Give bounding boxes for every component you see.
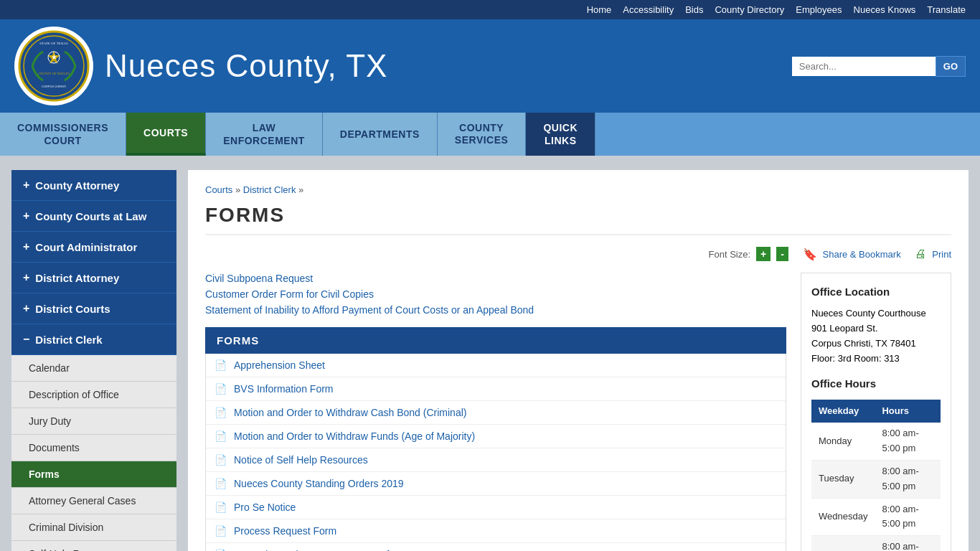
svg-text:CORPUS CHRISTI: CORPUS CHRISTI — [42, 85, 66, 88]
pdf-icon-process: 📄 — [215, 525, 227, 537]
accessibility-link[interactable]: Accessibility — [623, 4, 674, 15]
form-item-bvs: 📄 BVS Information Form — [206, 377, 786, 401]
print-icon: 🖨 — [915, 248, 926, 260]
nav-departments[interactable]: DEPARTMENTS — [323, 113, 438, 156]
main-content: Courts » District Clerk » FORMS Font Siz… — [188, 170, 969, 551]
hours-day-monday: Monday — [811, 423, 875, 460]
breadcrumb-sep1: » — [235, 184, 243, 195]
form-withdraw-funds-link[interactable]: Motion and Order to Withdraw Funds (Age … — [234, 430, 475, 442]
hours-row-thursday: Thursday 8:00 am-5:00 pm — [811, 536, 941, 551]
hours-row-tuesday: Tuesday 8:00 am-5:00 pm — [811, 460, 941, 498]
form-item-withdraw-funds: 📄 Motion and Order to Withdraw Funds (Ag… — [206, 425, 786, 448]
hours-day-thursday: Thursday — [811, 536, 875, 551]
header-left: STATE OF TEXAS ★ COUNTY OF NUECES CORPUS… — [14, 27, 387, 105]
main-navigation: COMMISSIONERSCOURT COURTS LAWENFORCEMENT… — [0, 113, 980, 156]
form-item-process: 📄 Process Request Form — [206, 519, 786, 543]
pdf-icon-self-help: 📄 — [215, 454, 227, 466]
sidebar-item-district-attorney[interactable]: + District Attorney — [11, 263, 176, 293]
site-title: Nueces County, TX — [105, 48, 387, 84]
form-withdraw-cash-link[interactable]: Motion and Order to Withdraw Cash Bond (… — [234, 407, 466, 418]
form-standing-orders-link[interactable]: Nueces County Standing Orders 2019 — [234, 478, 404, 489]
sidebar-item-court-admin[interactable]: + Court Administrator — [11, 232, 176, 263]
form-item-protective: 📄 Protective Order Data Entry Form for T… — [206, 543, 786, 551]
print-link[interactable]: Print — [932, 249, 951, 260]
font-decrease-button[interactable]: - — [776, 247, 788, 261]
form-self-help-link[interactable]: Notice of Self Help Resources — [234, 454, 368, 466]
sidebar-subitem-self-help[interactable]: Self-Help Resources — [11, 541, 176, 551]
hours-row-wednesday: Wednesday 8:00 am-5:00 pm — [811, 498, 941, 536]
pdf-icon-standing: 📄 — [215, 478, 227, 489]
form-apprehension-link[interactable]: Apprehension Sheet — [234, 359, 325, 371]
pdf-icon-cash: 📄 — [215, 407, 227, 418]
breadcrumb-sep2: » — [298, 184, 303, 195]
top-navigation: Home Accessibility Bids County Directory… — [0, 0, 980, 19]
customer-order-link[interactable]: Customer Order Form for Civil Copies — [205, 288, 786, 300]
nav-law-enforcement[interactable]: LAWENFORCEMENT — [206, 113, 323, 156]
hours-time-wednesday: 8:00 am-5:00 pm — [875, 498, 941, 536]
right-column: Office Location Nueces County Courthouse… — [801, 273, 951, 551]
breadcrumb-district-clerk[interactable]: District Clerk — [243, 184, 296, 195]
plus-icon-district-courts: + — [23, 302, 29, 315]
share-icon: 🔖 — [803, 248, 817, 261]
breadcrumb: Courts » District Clerk » — [205, 184, 951, 195]
sidebar-subitem-criminal-division[interactable]: Criminal Division — [11, 514, 176, 541]
form-bvs-link[interactable]: BVS Information Form — [234, 383, 334, 395]
civil-subpoena-link[interactable]: Civil Subpoena Request — [205, 273, 786, 284]
forms-list: 📄 Apprehension Sheet 📄 BVS Information F… — [205, 354, 786, 551]
office-hours-table: Weekday Hours Monday 8:00 am-5:00 pm Tue… — [811, 400, 941, 551]
left-column: Civil Subpoena Request Customer Order Fo… — [205, 273, 786, 551]
pdf-icon: 📄 — [215, 359, 227, 371]
plus-icon-district-attorney: + — [23, 271, 29, 284]
sidebar-subitem-attorney-general[interactable]: Attorney General Cases — [11, 488, 176, 514]
office-address-line3: Corpus Christi, TX 78401 — [811, 336, 941, 352]
plus-icon-county-courts: + — [23, 209, 29, 222]
search-box: GO — [792, 56, 966, 77]
svg-text:STATE OF TEXAS: STATE OF TEXAS — [39, 42, 68, 45]
employees-link[interactable]: Employees — [796, 4, 842, 15]
county-logo: STATE OF TEXAS ★ COUNTY OF NUECES CORPUS… — [14, 27, 93, 105]
form-pro-se-link[interactable]: Pro Se Notice — [234, 501, 296, 513]
seal-svg: STATE OF TEXAS ★ COUNTY OF NUECES CORPUS… — [18, 30, 90, 102]
sidebar-subitem-description[interactable]: Description of Office — [11, 382, 176, 408]
breadcrumb-courts[interactable]: Courts — [205, 184, 232, 195]
plus-icon-court-admin: + — [23, 240, 29, 253]
sidebar-item-district-courts[interactable]: + District Courts — [11, 293, 176, 324]
translate-link[interactable]: Translate — [927, 4, 966, 15]
sidebar-item-county-courts[interactable]: + County Courts at Law — [11, 201, 176, 232]
sidebar-subitem-calendar[interactable]: Calendar — [11, 355, 176, 382]
nav-courts[interactable]: COURTS — [126, 113, 206, 156]
share-bookmark-link[interactable]: Share & Bookmark — [823, 249, 901, 260]
home-link[interactable]: Home — [587, 4, 612, 15]
sidebar-subitem-documents[interactable]: Documents — [11, 435, 176, 461]
county-directory-link[interactable]: County Directory — [715, 4, 784, 15]
form-item-self-help: 📄 Notice of Self Help Resources — [206, 448, 786, 472]
nav-quick-links[interactable]: QUICKLINKS — [526, 113, 595, 156]
pdf-icon-bvs: 📄 — [215, 383, 227, 395]
office-address-line4: Floor: 3rd Room: 313 — [811, 352, 941, 367]
sidebar-item-district-clerk[interactable]: − District Clerk — [11, 324, 176, 355]
font-increase-button[interactable]: + — [756, 247, 771, 261]
hours-time-tuesday: 8:00 am-5:00 pm — [875, 460, 941, 498]
form-item-withdraw-cash: 📄 Motion and Order to Withdraw Cash Bond… — [206, 401, 786, 425]
plus-icon-county-attorney: + — [23, 179, 29, 192]
nav-county-services[interactable]: COUNTYSERVICES — [438, 113, 527, 156]
statement-inability-link[interactable]: Statement of Inability to Afford Payment… — [205, 304, 786, 316]
hours-row-monday: Monday 8:00 am-5:00 pm — [811, 423, 941, 460]
search-button[interactable]: GO — [936, 56, 966, 77]
sidebar-item-county-attorney[interactable]: + County Attorney — [11, 170, 176, 201]
content-area: + County Attorney + County Courts at Law… — [0, 156, 980, 551]
nueces-knows-link[interactable]: Nueces Knows — [854, 4, 916, 15]
office-address-line1: Nueces County Courthouse — [811, 306, 941, 321]
nav-commissioners-court[interactable]: COMMISSIONERSCOURT — [0, 113, 126, 156]
font-size-label: Font Size: — [709, 249, 751, 260]
bids-link[interactable]: Bids — [685, 4, 703, 15]
page-header: STATE OF TEXAS ★ COUNTY OF NUECES CORPUS… — [0, 19, 980, 113]
minus-icon-district-clerk: − — [23, 333, 29, 346]
header-search-area: GO — [792, 56, 966, 77]
sidebar-subitem-forms[interactable]: Forms — [11, 461, 176, 488]
page-title: FORMS — [205, 204, 951, 235]
sidebar-subitem-jury-duty[interactable]: Jury Duty — [11, 408, 176, 435]
search-input[interactable] — [792, 57, 936, 76]
office-address-line2: 901 Leopard St. — [811, 321, 941, 336]
form-process-link[interactable]: Process Request Form — [234, 525, 336, 537]
